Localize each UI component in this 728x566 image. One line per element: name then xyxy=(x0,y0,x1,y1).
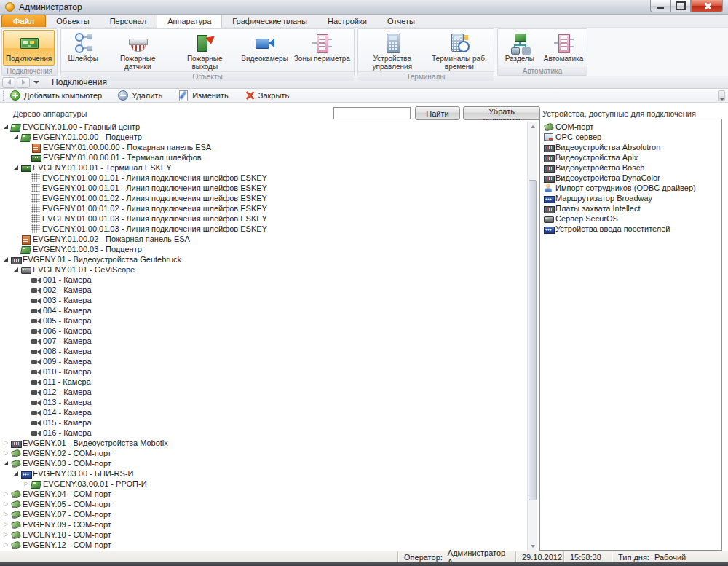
tab[interactable]: Отчеты xyxy=(377,15,425,27)
back-icon[interactable] xyxy=(2,77,15,88)
tree-item[interactable]: 003 - Камера xyxy=(0,295,527,305)
tree-item[interactable]: 011 - Камера xyxy=(0,377,527,387)
expand-toggle-icon[interactable] xyxy=(22,367,31,376)
expand-toggle-icon[interactable] xyxy=(22,173,31,182)
expand-toggle-icon[interactable] xyxy=(1,122,10,131)
tree-item[interactable]: EVGENY.03.00.01 - РРОП-И xyxy=(0,479,527,489)
tree-item[interactable]: 006 - Камера xyxy=(0,326,527,336)
toolbar-button[interactable]: Изменить xyxy=(176,90,231,101)
device-item[interactable]: Видеоустройства DynaColor xyxy=(543,173,721,183)
ribbon-button[interactable]: Шлейфы xyxy=(62,30,104,71)
expand-toggle-icon[interactable] xyxy=(22,428,31,437)
expand-toggle-icon[interactable] xyxy=(22,326,31,335)
scroll-up-icon[interactable] xyxy=(529,122,537,131)
expand-toggle-icon[interactable] xyxy=(22,347,31,355)
tree-item[interactable]: EVGENY.09 - COM-порт xyxy=(0,519,527,530)
tree-item[interactable]: EVGENY.01.00.01.03 - Линия подключения ш… xyxy=(0,213,527,224)
history-dropdown-icon[interactable] xyxy=(31,77,41,88)
expand-toggle-icon[interactable] xyxy=(1,459,10,468)
expand-toggle-icon[interactable] xyxy=(1,541,10,549)
tree-item[interactable]: EVGENY.05 - COM-порт xyxy=(0,499,527,509)
expand-toggle-icon[interactable] xyxy=(22,224,31,233)
expand-toggle-icon[interactable] xyxy=(1,520,10,529)
tree-item[interactable]: 007 - Камера xyxy=(0,336,527,346)
tree-item[interactable]: EVGENY.03.00 - БПИ-RS-И xyxy=(0,468,527,479)
ribbon-button[interactable]: Пожарные датчики xyxy=(104,30,171,71)
expand-toggle-icon[interactable] xyxy=(22,316,31,325)
search-input[interactable] xyxy=(333,107,411,119)
tree-item[interactable]: EVGENY.01.00.01.02 - Линия подключения ш… xyxy=(0,203,527,213)
device-item[interactable]: Платы захвата Intellect xyxy=(543,203,721,213)
device-item[interactable]: Сервер SecurOS xyxy=(543,213,721,224)
tab[interactable]: Персонал xyxy=(100,15,157,27)
tab[interactable]: Настройки xyxy=(317,15,377,27)
tree-item[interactable]: EVGENY.01.01 - GeViScope xyxy=(0,264,527,275)
ribbon-button[interactable]: Видеокамеры xyxy=(238,30,291,71)
tree-item[interactable]: EVGENY.04 - COM-порт xyxy=(0,489,527,499)
expand-toggle-icon[interactable] xyxy=(22,479,31,488)
device-item[interactable]: OPC-сервер xyxy=(543,132,721,142)
ribbon-button[interactable]: Пожарные выходы xyxy=(171,30,238,71)
expand-toggle-icon[interactable] xyxy=(12,163,20,172)
expand-toggle-icon[interactable] xyxy=(22,408,31,417)
tree-item[interactable]: EVGENY.01.00 - Главный центр xyxy=(0,122,527,132)
tree-item[interactable]: EVGENY.07 - COM-порт xyxy=(0,509,527,519)
expand-toggle-icon[interactable] xyxy=(22,296,31,304)
expand-toggle-icon[interactable] xyxy=(22,214,31,223)
tree-item[interactable]: 002 - Камера xyxy=(0,285,527,295)
close-button[interactable] xyxy=(691,0,723,12)
tree-item[interactable]: 008 - Камера xyxy=(0,346,527,356)
device-item[interactable]: Видеоустройства Absolutron xyxy=(543,142,721,152)
tree-item[interactable]: EVGENY.10 - COM-порт xyxy=(0,530,527,540)
expand-toggle-icon[interactable] xyxy=(22,184,31,192)
tree-item[interactable]: EVGENY.01.00.00.00 - Пожарная панель ESA xyxy=(0,142,527,152)
minimize-button[interactable] xyxy=(650,0,670,12)
tab[interactable]: Аппаратура xyxy=(157,15,222,28)
tree-item[interactable]: EVGENY.01.00.01.01 - Линия подключения ш… xyxy=(0,173,527,183)
device-item[interactable]: Устройства ввода посетителей xyxy=(543,224,721,234)
tree-item[interactable]: EVGENY.01.00.03 - Подцентр xyxy=(0,244,527,254)
expand-toggle-icon[interactable] xyxy=(22,357,31,366)
find-button[interactable]: Найти xyxy=(415,106,460,120)
expand-toggle-icon[interactable] xyxy=(12,245,20,253)
tree-item[interactable]: 001 - Камера xyxy=(0,275,527,285)
tree-item[interactable]: 009 - Камера xyxy=(0,356,527,366)
tree-item[interactable]: 013 - Камера xyxy=(0,397,527,407)
ribbon-button[interactable]: Устройства управления xyxy=(359,30,426,71)
device-item[interactable]: Видеоустройства Apix xyxy=(543,152,721,162)
device-item[interactable]: Импорт сотрудников (ODBC драйвер) xyxy=(543,183,721,193)
ribbon-button[interactable]: Разделы xyxy=(499,30,541,66)
toolbar-button[interactable]: Закрыть xyxy=(242,90,291,101)
device-item[interactable]: Видеоустройства Bosch xyxy=(543,162,721,173)
tab[interactable]: Объекты xyxy=(46,15,99,27)
ribbon-button[interactable]: Автоматика xyxy=(541,30,586,66)
tree-item[interactable]: 004 - Камера xyxy=(0,305,527,315)
expand-toggle-icon[interactable] xyxy=(22,194,31,203)
forward-icon[interactable] xyxy=(17,77,30,88)
tree-item[interactable]: EVGENY.03 - COM-порт xyxy=(0,458,527,468)
expand-toggle-icon[interactable] xyxy=(22,204,31,213)
expand-toggle-icon[interactable] xyxy=(22,143,31,152)
expand-toggle-icon[interactable] xyxy=(12,235,20,243)
expand-toggle-icon[interactable] xyxy=(22,153,31,162)
scrollbar-thumb[interactable] xyxy=(529,180,537,500)
tree-item[interactable]: EVGENY.01 - Видеоустройства Geutebruck xyxy=(0,254,527,264)
expand-toggle-icon[interactable] xyxy=(12,265,20,274)
expand-toggle-icon[interactable] xyxy=(22,337,31,345)
tree-item[interactable]: 005 - Камера xyxy=(0,315,527,326)
tree-item[interactable]: 016 - Камера xyxy=(0,428,527,438)
clear-highlight-button[interactable]: Убрать подсветку xyxy=(463,106,540,120)
toolbar-overflow-icon[interactable] xyxy=(718,90,725,101)
ribbon-button[interactable]: Зоны периметра xyxy=(291,30,353,71)
maximize-button[interactable] xyxy=(670,0,691,12)
expand-toggle-icon[interactable] xyxy=(1,500,10,508)
expand-toggle-icon[interactable] xyxy=(1,510,10,519)
ribbon-button[interactable]: Терминалы раб. времени xyxy=(426,30,493,71)
expand-toggle-icon[interactable] xyxy=(22,388,31,396)
expand-toggle-icon[interactable] xyxy=(22,275,31,284)
tree-item[interactable]: EVGENY.01.00.00.01 - Терминал шлейфов xyxy=(0,152,527,162)
expand-toggle-icon[interactable] xyxy=(12,469,20,478)
ribbon-button[interactable]: Подключения xyxy=(3,30,55,66)
expand-toggle-icon[interactable] xyxy=(22,377,31,386)
expand-toggle-icon[interactable] xyxy=(1,530,10,539)
